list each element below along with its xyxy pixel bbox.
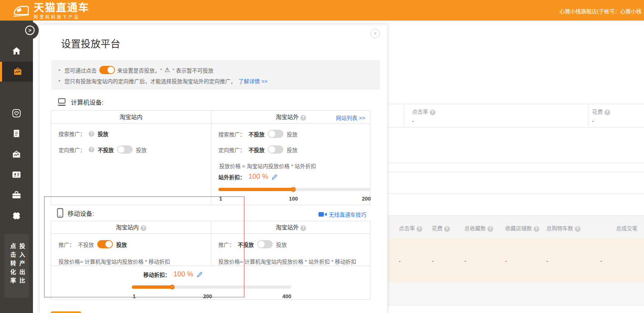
bullet: • — [59, 67, 61, 73]
computer-section-title: 计算机设备: — [57, 98, 103, 106]
sidebar-item-tools[interactable] — [0, 185, 33, 205]
computer-inside-target-toggle[interactable] — [117, 145, 133, 154]
train-logo-icon — [12, 3, 30, 19]
help-icon[interactable]: ? — [430, 110, 436, 115]
computer-platform-table: 淘宝站内 淘宝站外 ? 网站列表 >> 搜索推广： ? 投放 定向推广： ? 不… — [51, 110, 370, 205]
mobile-outside-header: 淘宝站外 ? — [211, 221, 371, 234]
cell-value: - — [399, 258, 400, 264]
help-icon[interactable]: ? — [534, 226, 539, 232]
account-name[interactable]: 心雅小栈旗舰店(子帐号：心雅小栈 — [560, 7, 642, 15]
sidebar-item-creatives[interactable] — [0, 145, 33, 164]
briefcase-icon — [11, 190, 22, 201]
metric-label-cost: 花费 ? — [592, 107, 610, 115]
campaign-picture-icon — [12, 66, 23, 77]
learn-more-link[interactable]: 了解详情 >> — [239, 77, 268, 85]
metric-value-cost: - — [592, 118, 594, 124]
search-state-on: 投放 — [98, 130, 108, 138]
help-icon[interactable]: ? — [417, 226, 422, 232]
slider-ticks: 1 100 200 — [218, 196, 371, 202]
edit-pencil-icon[interactable] — [272, 174, 278, 180]
mobile-inside-promo-row: 推广： 不投放 投放 — [59, 240, 127, 248]
video-camera-icon — [318, 212, 327, 217]
sidebar-item-apps[interactable] — [0, 206, 33, 226]
divider — [388, 163, 644, 163]
computer-outside-search-row: 搜索推广： 不投放 投放 — [218, 130, 297, 138]
wireless-tips-link[interactable]: 无线直通车技巧 — [318, 210, 366, 218]
divider — [51, 234, 370, 234]
mobile-outside-promo-toggle[interactable] — [257, 240, 273, 248]
expand-chevron-icon[interactable]: > — [25, 26, 35, 35]
cell-value: - — [505, 258, 507, 264]
sidebar-item-campaign-active[interactable] — [0, 62, 33, 82]
computer-icon — [57, 98, 67, 106]
slider-fill — [218, 188, 293, 191]
column-header: 总成交笔 — [616, 224, 637, 232]
metric-value-ctr: - — [412, 118, 414, 124]
outside-price-formula: 投放价格 = 淘宝站内投放价格 * 站外折扣 — [219, 162, 316, 170]
website-list-link[interactable]: 网站列表 >> — [336, 114, 365, 121]
slider-knob[interactable] — [291, 187, 296, 192]
slider-knob[interactable] — [170, 285, 175, 290]
sidebar-item-accounts[interactable] — [0, 165, 33, 185]
account-card-icon — [11, 169, 22, 180]
computer-outside-target-toggle[interactable] — [268, 145, 283, 154]
close-icon[interactable]: × — [370, 29, 380, 38]
warning-icon: ⚠ — [164, 66, 170, 74]
sidebar-item-home[interactable] — [0, 41, 33, 61]
slider-fill — [132, 285, 172, 289]
mobile-discount-slider[interactable] — [132, 285, 291, 289]
app-title: 天猫直通车 — [34, 2, 89, 13]
metric-label-ctr: 点击率 ? — [412, 107, 436, 115]
mobile-phone-icon — [57, 208, 63, 218]
cell-value: - — [600, 258, 602, 264]
outside-discount-slider[interactable] — [218, 188, 371, 191]
sidebar-item-reports[interactable] — [0, 124, 33, 144]
divider — [388, 104, 644, 104]
mobile-platform-table: 淘宝站内 ? 淘宝站外 ? 推广： 不投放 投放 投放价格= 计算机淘宝站内投放… — [51, 221, 370, 300]
computer-inside-target-row: 定向推广： ? 不投放 投放 — [59, 145, 147, 154]
table-header-row: 点击率 ? 花费 ? 总收藏数 ? 收藏店铺数 ? 总购物车数 ? 总成交笔 — [388, 215, 644, 238]
cell-value: - — [464, 258, 466, 264]
divider — [51, 123, 370, 124]
help-icon[interactable]: ? — [141, 225, 146, 231]
example-toggle[interactable] — [99, 66, 115, 74]
mobile-discount-value: 100 % — [173, 270, 193, 278]
column-header: 点击率 ? — [399, 224, 422, 232]
mobile-outside-formula: 投放价格= 计算机淘宝站内投放价格 * 站外折扣 * 移动折扣 — [218, 257, 356, 265]
divider — [211, 111, 211, 206]
computer-inside-search-row: 搜索推广： ? 投放 — [59, 130, 108, 138]
notice-box: • 您可通过点击 来设置是否投放，"⚠" 表示暂不可投放 • 您只有投放淘宝站内… — [51, 60, 380, 90]
column-header: 收藏店铺数 ? — [505, 224, 539, 232]
help-icon[interactable]: ? — [604, 110, 610, 115]
divider — [404, 104, 404, 127]
help-icon[interactable]: ? — [444, 226, 450, 232]
divider — [388, 127, 644, 128]
help-icon[interactable]: ? — [89, 147, 94, 152]
app-logo[interactable]: 天猫直通车 阿里妈妈旗下产品 — [12, 2, 89, 20]
table-row[interactable]: - - - - - - — [388, 238, 644, 283]
setup-platform-modal: × 设置投放平台 • 您可通过点击 来设置是否投放，"⚠" 表示暂不可投放 • … — [39, 24, 388, 313]
mobile-discount-band: 移动折扣： 100 % 1 200 400 — [51, 266, 370, 300]
divider — [388, 172, 644, 172]
background-report-area: 点击率 ? - 花费 ? - 点击率 ? 花费 ? 总收藏数 ? 收藏店铺数 ?… — [388, 21, 644, 313]
help-icon[interactable]: ? — [300, 225, 306, 231]
outside-discount-value: 100 % — [248, 173, 268, 181]
report-receipt-icon — [11, 128, 22, 139]
computer-outside-target-row: 定向推广： 不投放 投放 — [218, 145, 297, 154]
top-header-bar: 天猫直通车 阿里妈妈旗下产品 心雅小栈旗舰店(子帐号：心雅小栈 — [0, 0, 644, 21]
computer-inside-header: 淘宝站内 — [51, 111, 211, 123]
sidebar-item-favorites[interactable] — [0, 103, 33, 123]
mobile-inside-promo-toggle[interactable] — [97, 240, 113, 248]
computer-outside-search-toggle[interactable] — [268, 130, 283, 138]
sidebar-metrics-panel[interactable]: 点击转化率 投入产出比 — [4, 234, 29, 298]
help-icon[interactable]: ? — [487, 226, 493, 232]
edit-pencil-icon[interactable] — [197, 271, 203, 278]
favorite-heart-icon — [11, 108, 22, 119]
mobile-discount-row: 移动折扣： 100 % — [143, 270, 203, 278]
confirm-button[interactable] — [51, 311, 81, 313]
help-icon[interactable]: ? — [575, 226, 581, 232]
help-icon[interactable]: ? — [300, 115, 306, 121]
outside-discount-row: 站外折扣： 100 % — [218, 173, 278, 181]
help-icon[interactable]: ? — [89, 131, 94, 137]
table-footer-band — [388, 283, 644, 306]
